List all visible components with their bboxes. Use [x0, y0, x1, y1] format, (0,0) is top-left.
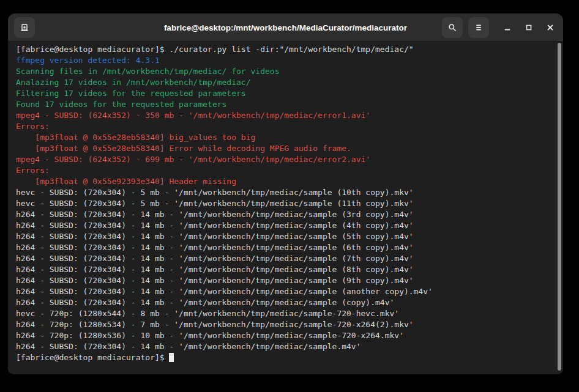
terminal-line: Analazing 17 videos in /mnt/workbench/tm…: [16, 77, 551, 88]
maximize-button[interactable]: [521, 17, 537, 38]
terminal-line: h264 - SUBSD: (720x304) - 14 mb - '/mnt/…: [16, 275, 551, 286]
window-title: fabrice@desktop:/mnt/workbench/MediaCura…: [164, 23, 407, 32]
terminal-line: h264 - SUBSD: (720x304) - 14 mb - '/mnt/…: [16, 264, 551, 275]
search-icon: [447, 23, 457, 32]
titlebar[interactable]: fabrice@desktop:/mnt/workbench/MediaCura…: [8, 13, 563, 42]
close-button[interactable]: [542, 17, 558, 38]
terminal-line: Scanning files in /mnt/workbench/tmp/med…: [16, 66, 551, 77]
new-tab-button[interactable]: [14, 17, 35, 38]
terminal-line: h264 - 720p: (1280x534) - 7 mb - '/mnt/w…: [16, 319, 551, 330]
terminal-line: h264 - SUBSD: (720x304) - 14 mb - '/mnt/…: [16, 231, 551, 242]
terminal-line: hevc - SUBSD: (720x304) - 5 mb - '/mnt/w…: [16, 187, 551, 198]
terminal-screen[interactable]: [fabrice@desktop mediacurator]$ ./curato…: [8, 42, 563, 374]
terminal-line: [fabrice@desktop mediacurator]$: [16, 352, 551, 363]
terminal-line: hevc - 720p: (1280x544) - 8 mb - '/mnt/w…: [16, 308, 551, 319]
terminal-window: fabrice@desktop:/mnt/workbench/MediaCura…: [8, 13, 563, 374]
titlebar-controls: [442, 17, 558, 38]
terminal-line: h264 - SUBSD: (720x304) - 14 mb - '/mnt/…: [16, 209, 551, 220]
terminal-line: [mp3float @ 0x55e28eb58340] big_values t…: [16, 132, 551, 143]
minimize-button[interactable]: [499, 17, 515, 38]
close-icon: [545, 23, 555, 32]
terminal-line: h264 - SUBSD: (720x304) - 14 mb - '/mnt/…: [16, 253, 551, 264]
terminal-line: Filtering 17 videos for the requested pa…: [16, 88, 551, 99]
search-button[interactable]: [442, 17, 463, 38]
scrollbar[interactable]: [557, 42, 562, 374]
terminal-line: h264 - 720p: (1280x536) - 10 mb - '/mnt/…: [16, 330, 551, 341]
menu-button[interactable]: [468, 17, 489, 38]
minimize-icon: [502, 23, 512, 32]
terminal-line: [mp3float @ 0x55e28eb58340] Error while …: [16, 143, 551, 154]
terminal-line: [fabrice@desktop mediacurator]$ ./curato…: [16, 44, 551, 55]
terminal-line: mpeg4 - SUBSD: (624x352) - 699 mb - '/mn…: [16, 154, 551, 165]
hamburger-menu-icon: [474, 23, 484, 32]
maximize-icon: [524, 23, 534, 32]
terminal-output: [fabrice@desktop mediacurator]$ ./curato…: [16, 44, 551, 363]
terminal-line: hevc - SUBSD: (720x304) - 5 mb - '/mnt/w…: [16, 198, 551, 209]
terminal-line: ffmpeg version detected: 4.3.1: [16, 55, 551, 66]
terminal-line: Errors:: [16, 165, 551, 176]
terminal-line: h264 - SUBSD: (720x304) - 14 mb - '/mnt/…: [16, 341, 551, 352]
terminal-line: h264 - SUBSD: (720x304) - 14 mb - '/mnt/…: [16, 286, 551, 297]
terminal-line: h264 - SUBSD: (720x304) - 14 mb - '/mnt/…: [16, 242, 551, 253]
terminal-line: [mp3float @ 0x55e92393e340] Header missi…: [16, 176, 551, 187]
terminal-line: Errors:: [16, 121, 551, 132]
terminal-line: h264 - SUBSD: (720x304) - 14 mb - '/mnt/…: [16, 297, 551, 308]
new-tab-icon: [20, 23, 29, 32]
terminal-line: h264 - SUBSD: (720x304) - 14 mb - '/mnt/…: [16, 220, 551, 231]
text-cursor: [169, 353, 174, 362]
scrollbar-thumb[interactable]: [558, 43, 561, 371]
terminal-line: Found 17 videos for the requested parame…: [16, 99, 551, 110]
terminal-line: mpeg4 - SUBSD: (624x352) - 350 mb - '/mn…: [16, 110, 551, 121]
